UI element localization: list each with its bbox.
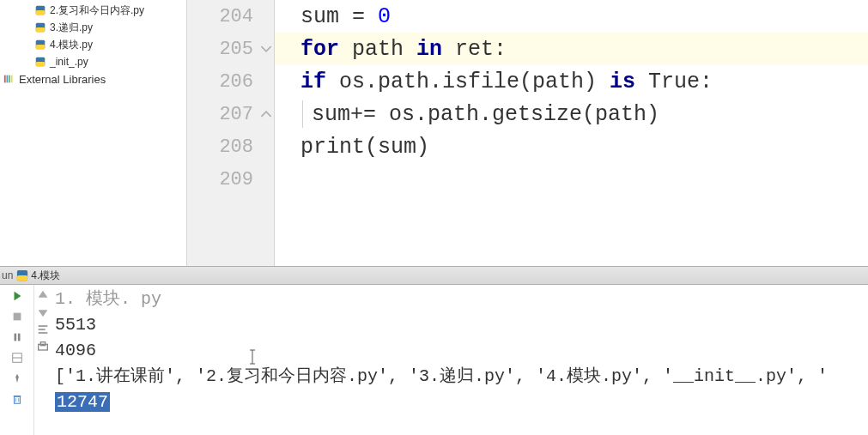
line-number: 208 [187,130,274,163]
external-libraries-node[interactable]: External Libraries [0,70,186,88]
python-run-icon [16,269,28,281]
library-icon [3,73,15,85]
external-libraries-label: External Libraries [19,73,106,86]
line-number-gutter: 204 205 206 207 208 209 [187,0,275,266]
svg-rect-17 [17,334,20,341]
print-icon[interactable] [36,340,50,353]
code-line[interactable]: sum+= os.path.getsize(path) [275,98,868,130]
line-number: 207 [187,98,274,130]
python-file-icon [34,21,46,33]
selected-output-text[interactable]: 12747 [55,392,110,412]
tree-item-file[interactable]: 3.递归.py [0,19,186,36]
svg-rect-13 [17,275,27,281]
console-output[interactable]: 1. 模块. py 5513 4096 ['1.讲在课前', '2.复习和今日内… [52,285,868,435]
code-line[interactable] [275,163,868,196]
rerun-button[interactable] [9,288,25,304]
output-secondary-toolbar [34,285,52,435]
python-file-icon [34,56,46,68]
run-output-panel: 1. 模块. py 5513 4096 ['1.讲在课前', '2.复习和今日内… [0,285,868,435]
svg-rect-20 [14,396,20,403]
tree-item-label: 4.模块.py [50,38,93,52]
output-line: ['1.讲在课前', '2.复习和今日内容.py', '3.递归.py', '4… [55,364,865,390]
svg-rect-16 [14,334,16,341]
project-tree[interactable]: 2.复习和今日内容.py 3.递归.py 4.模块.py _init_.py E… [0,0,187,266]
svg-rect-5 [36,45,46,49]
output-line: 1. 模块. py [55,287,865,312]
line-number: 205 [187,33,274,65]
svg-rect-9 [7,76,9,83]
svg-rect-25 [40,342,45,346]
line-number: 206 [187,65,274,98]
clear-output-button[interactable] [9,391,25,407]
run-panel-label: un [2,269,13,281]
fold-end-marker-icon[interactable] [260,108,272,120]
svg-rect-7 [36,62,46,66]
run-tab-name[interactable]: 4.模块 [31,269,60,283]
code-editor[interactable]: 204 205 206 207 208 209 sum = 0 for path… [187,0,868,266]
fold-marker-icon[interactable] [260,43,272,55]
svg-rect-15 [13,313,21,321]
python-file-icon [34,4,46,16]
pause-output-button[interactable] [9,329,25,345]
svg-rect-11 [11,76,13,83]
tree-item-file[interactable]: 4.模块.py [0,36,186,53]
svg-rect-1 [36,10,46,15]
tree-item-file[interactable]: _init_.py [0,53,186,70]
wrap-icon[interactable] [36,323,50,336]
output-line: 5513 [55,312,865,338]
layout-button[interactable] [9,350,25,366]
run-panel-tabbar[interactable]: un 4.模块 [0,266,868,285]
svg-marker-14 [14,292,21,301]
tree-item-label: 3.递归.py [50,21,93,35]
output-line: 4096 [55,338,865,364]
tree-item-file[interactable]: 2.复习和今日内容.py [0,2,186,19]
code-line[interactable]: sum = 0 [275,0,868,33]
tree-item-label: _init_.py [50,56,88,68]
pin-button[interactable] [9,371,25,386]
code-line[interactable]: print(sum) [275,130,868,163]
svg-rect-10 [9,76,10,83]
line-number: 204 [187,0,274,33]
svg-rect-8 [4,76,6,83]
stop-button[interactable] [9,309,25,324]
python-file-icon [34,39,46,51]
code-line[interactable]: for path in ret: [275,33,868,65]
output-line: 12747 [55,390,865,415]
code-content[interactable]: sum = 0 for path in ret: if os.path.isfi… [275,0,868,266]
line-number: 209 [187,163,274,196]
up-arrow-icon[interactable] [36,288,50,302]
code-line[interactable]: if os.path.isfile(path) is True: [275,65,868,98]
svg-rect-3 [36,27,46,32]
tree-item-label: 2.复习和今日内容.py [50,3,144,18]
down-arrow-icon[interactable] [36,305,50,319]
run-toolbar [0,285,34,435]
